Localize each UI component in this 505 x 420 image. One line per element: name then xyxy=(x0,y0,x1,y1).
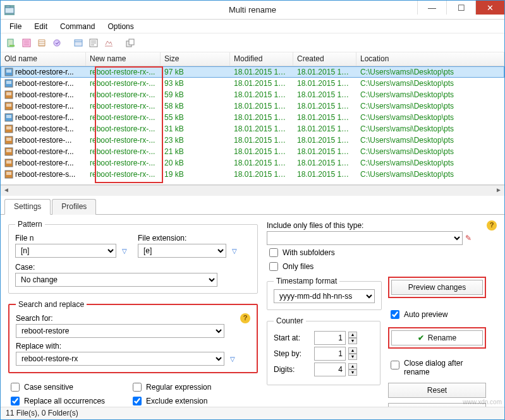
preview-changes-button[interactable]: Preview changes xyxy=(391,280,483,295)
table-row[interactable]: reboot-restore-r...reboot-restore-rx-...… xyxy=(1,157,504,169)
size-cell: 55 kB xyxy=(161,113,230,122)
spin-down[interactable]: ▼ xyxy=(348,354,357,360)
old-name-cell: reboot-restore-r... xyxy=(15,79,74,88)
only-files-check[interactable] xyxy=(269,262,278,271)
toolbar-btn-1[interactable] xyxy=(4,36,18,50)
file-ext-select[interactable]: [e] xyxy=(138,244,226,258)
col-old-name[interactable]: Old name xyxy=(1,52,86,66)
spin-down[interactable]: ▼ xyxy=(348,369,357,376)
old-name-cell: reboot-restore-r... xyxy=(15,90,74,99)
column-headers[interactable]: Old name New name Size Modified Created … xyxy=(1,52,504,66)
spin-up[interactable]: ▲ xyxy=(348,347,357,354)
file-n-select[interactable]: [n] xyxy=(15,244,116,258)
case-sensitive-check[interactable] xyxy=(11,383,20,392)
size-cell: 19 kB xyxy=(161,170,230,179)
table-row[interactable]: reboot-restore-f...reboot-restore-rx-...… xyxy=(1,112,504,123)
col-size[interactable]: Size xyxy=(161,52,230,66)
case-sensitive-label: Case sensitive xyxy=(24,383,73,392)
spin-up[interactable]: ▲ xyxy=(348,332,357,338)
file-icon xyxy=(4,113,13,122)
menu-edit[interactable]: Edit xyxy=(28,21,54,32)
status-bar: 11 File(s), 0 Folder(s) xyxy=(1,407,504,419)
close-dialog-check[interactable] xyxy=(391,361,399,369)
toolbar-btn-7[interactable] xyxy=(102,36,116,50)
file-ext-insert-icon[interactable]: ▽ xyxy=(229,245,240,256)
svg-rect-22 xyxy=(6,138,11,141)
regex-check[interactable] xyxy=(133,383,142,392)
menu-command[interactable]: Command xyxy=(54,21,101,32)
created-cell: 18.01.2015 14:... xyxy=(293,159,356,167)
col-created[interactable]: Created xyxy=(293,52,356,66)
col-new-name[interactable]: New name xyxy=(86,52,161,66)
file-list: Old name New name Size Modified Created … xyxy=(1,52,504,185)
case-select[interactable]: No change xyxy=(15,273,217,287)
maximize-button[interactable]: ☐ xyxy=(446,1,475,15)
toolbar-btn-5[interactable] xyxy=(71,36,85,50)
toolbar-btn-3[interactable] xyxy=(35,36,49,50)
app-icon xyxy=(4,5,15,15)
col-modified[interactable]: Modified xyxy=(230,52,293,66)
replace-all-check[interactable] xyxy=(11,397,20,405)
spin-up[interactable]: ▲ xyxy=(348,363,357,369)
spin-down[interactable]: ▼ xyxy=(348,338,357,344)
start-at-input[interactable] xyxy=(314,331,346,345)
replace-with-insert-icon[interactable]: ▽ xyxy=(227,353,238,364)
filter-icon[interactable]: ✎ xyxy=(465,234,472,243)
new-name-cell: reboot-restore-rx-... xyxy=(86,102,161,111)
rename-button[interactable]: ✔Rename xyxy=(391,330,483,345)
location-cell: C:\Users\vamsi\Desktop\pts xyxy=(356,159,504,167)
h-scrollbar[interactable]: ◄► xyxy=(1,185,504,196)
table-row[interactable]: reboot-restore-t...reboot-restore-rx-...… xyxy=(1,123,504,135)
svg-rect-10 xyxy=(6,69,11,73)
svg-rect-0 xyxy=(5,8,14,13)
file-icon xyxy=(4,90,13,99)
table-row[interactable]: reboot-restore-r...reboot-restore-rx-...… xyxy=(1,146,504,157)
auto-preview-check[interactable] xyxy=(391,310,399,319)
toolbar xyxy=(1,33,504,52)
tab-profiles[interactable]: Profiles xyxy=(52,199,96,215)
size-cell: 31 kB xyxy=(161,124,230,133)
table-row[interactable]: reboot-restore-r...reboot-restore-rx-...… xyxy=(1,100,504,112)
regex-label: Regular expression xyxy=(146,383,211,392)
toolbar-btn-6[interactable] xyxy=(87,36,100,50)
with-subfolders-check[interactable] xyxy=(269,248,278,257)
size-cell: 59 kB xyxy=(161,90,230,99)
created-cell: 18.01.2015 19:... xyxy=(293,113,356,122)
help-icon-include[interactable]: ? xyxy=(487,220,497,231)
counter-group: Counter Start at: ▲▼ Step by: ▲▼ Digits:… xyxy=(267,316,380,385)
table-row[interactable]: reboot-restore-...reboot-restore-rx-...2… xyxy=(1,135,504,146)
start-at-label: Start at: xyxy=(274,333,312,342)
tab-settings[interactable]: Settings xyxy=(4,199,51,215)
size-cell: 23 kB xyxy=(161,136,230,145)
new-name-cell: reboot-restore-rx-... xyxy=(86,159,161,167)
location-cell: C:\Users\vamsi\Desktop\pts xyxy=(356,136,504,145)
include-type-select[interactable] xyxy=(267,231,463,245)
toolbar-btn-8[interactable] xyxy=(123,36,137,50)
new-name-cell: reboot-restore-rx-... xyxy=(86,90,161,99)
menu-file[interactable]: File xyxy=(3,21,28,32)
created-cell: 18.01.2015 14:... xyxy=(293,90,356,99)
help-icon[interactable]: ? xyxy=(240,313,250,323)
toolbar-btn-2[interactable] xyxy=(20,36,33,50)
search-for-select[interactable]: reboot-restore xyxy=(16,324,224,338)
replace-with-select[interactable]: reboot-restore-rx xyxy=(16,352,224,366)
table-row[interactable]: reboot-restore-r...reboot-restore-rx-...… xyxy=(1,66,504,78)
file-n-insert-icon[interactable]: ▽ xyxy=(119,245,130,256)
table-row[interactable]: reboot-restore-r...reboot-restore-rx-...… xyxy=(1,78,504,89)
exclude-ext-label: Exclude extension xyxy=(146,397,207,405)
step-by-input[interactable] xyxy=(314,347,346,361)
exclude-ext-check[interactable] xyxy=(133,397,142,405)
reset-button[interactable]: Reset xyxy=(388,383,486,398)
col-location[interactable]: Location xyxy=(356,52,504,66)
digits-input[interactable] xyxy=(314,363,346,376)
svg-point-4 xyxy=(54,40,60,46)
menu-options[interactable]: Options xyxy=(101,21,140,32)
toolbar-btn-4[interactable] xyxy=(50,36,64,50)
timestamp-legend: Timestamp format xyxy=(274,277,339,285)
table-row[interactable]: reboot-restore-s...reboot-restore-rx-...… xyxy=(1,169,504,180)
modified-cell: 18.01.2015 19:... xyxy=(230,113,293,122)
table-row[interactable]: reboot-restore-r...reboot-restore-rx-...… xyxy=(1,89,504,100)
close-button[interactable]: ✕ xyxy=(475,1,504,15)
timestamp-select[interactable]: yyyy-mm-dd hh-nn-ss xyxy=(274,289,375,303)
minimize-button[interactable]: — xyxy=(417,1,446,15)
